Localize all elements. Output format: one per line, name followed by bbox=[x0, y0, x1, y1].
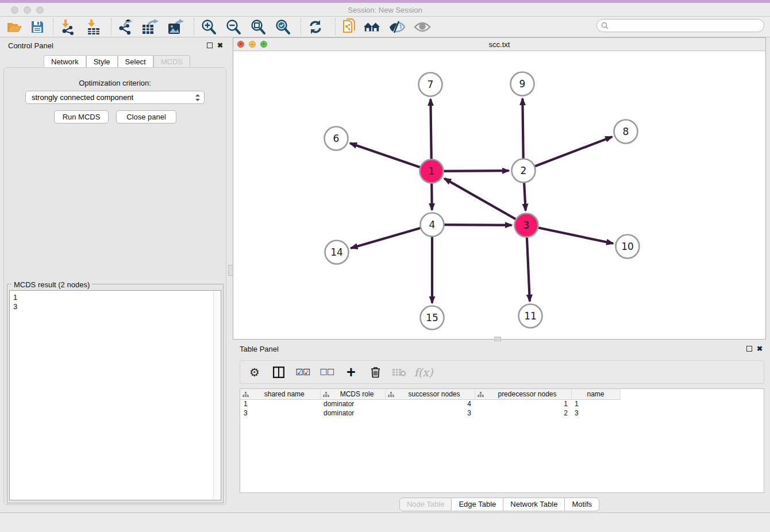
tab-node-table[interactable]: Node Table bbox=[399, 498, 452, 511]
deselect-all-icon[interactable]: ☐☐ bbox=[319, 367, 334, 377]
table-header-row: shared name MCDS role successor nodes pr… bbox=[240, 389, 620, 399]
close-panel-button[interactable]: Close panel bbox=[116, 110, 176, 124]
col-shared-name[interactable]: shared name bbox=[240, 389, 320, 399]
criterion-value: strongly connected component bbox=[32, 93, 133, 102]
chevron-updown-icon bbox=[195, 94, 201, 102]
result-line: 1 bbox=[13, 293, 221, 302]
tab-network[interactable]: Network bbox=[44, 55, 86, 68]
search-input[interactable] bbox=[609, 22, 752, 30]
zoom-out-icon[interactable] bbox=[225, 19, 242, 35]
result-scrollbar[interactable] bbox=[213, 291, 220, 499]
node-table[interactable]: shared name MCDS role successor nodes pr… bbox=[240, 388, 764, 493]
select-all-icon[interactable]: ☑☑ bbox=[295, 367, 310, 377]
table-row[interactable]: 1 dominator 4 1 1 bbox=[240, 399, 620, 408]
home-icon[interactable] bbox=[363, 19, 380, 35]
graph-node-label: 15 bbox=[426, 312, 438, 323]
graph-edge-3-1[interactable] bbox=[444, 179, 526, 225]
tab-network-table[interactable]: Network Table bbox=[503, 498, 565, 511]
network-view-title: scc.txt bbox=[233, 40, 765, 49]
float-panel-icon[interactable] bbox=[207, 42, 213, 50]
open-folder-icon[interactable] bbox=[6, 19, 23, 35]
graph-node-label: 6 bbox=[333, 133, 340, 144]
toggle-details-icon[interactable] bbox=[388, 19, 406, 35]
col-predecessor-nodes[interactable]: predecessor nodes bbox=[475, 389, 571, 399]
gear-icon[interactable]: ⚙ bbox=[247, 365, 262, 379]
search-field[interactable] bbox=[596, 19, 764, 32]
hierarchy-icon bbox=[242, 392, 249, 398]
toolbar-separator bbox=[111, 18, 111, 36]
tab-select[interactable]: Select bbox=[118, 55, 153, 68]
hierarchy-icon bbox=[323, 392, 329, 398]
graph-node-label: 4 bbox=[429, 219, 436, 230]
close-table-panel-icon[interactable]: ✖ bbox=[757, 345, 763, 353]
hierarchy-icon bbox=[478, 392, 484, 398]
delete-icon[interactable] bbox=[368, 367, 383, 378]
tab-mcds[interactable]: MCDS bbox=[153, 55, 190, 68]
tab-motifs[interactable]: Motifs bbox=[565, 498, 599, 511]
graph-node-label: 14 bbox=[330, 246, 343, 258]
network-graph-canvas[interactable]: 1234678910111415 bbox=[233, 51, 765, 339]
toolbar-separator bbox=[335, 18, 336, 36]
export-table-icon[interactable] bbox=[141, 19, 159, 35]
network-window-titlebar: ✕ − + scc.txt bbox=[233, 38, 765, 51]
window-title: Session: New Session bbox=[0, 6, 770, 14]
tab-style[interactable]: Style bbox=[86, 55, 118, 68]
graph-node-label: 2 bbox=[521, 165, 527, 176]
optimization-criterion-label: Optimization criterion: bbox=[0, 79, 230, 87]
col-successor-nodes[interactable]: successor nodes bbox=[385, 389, 475, 399]
result-line: 3 bbox=[13, 302, 221, 311]
split-view-icon[interactable] bbox=[271, 367, 286, 378]
import-table-icon[interactable] bbox=[85, 19, 102, 35]
mcds-result-list[interactable]: 13 bbox=[9, 290, 221, 500]
col-name[interactable]: name bbox=[571, 389, 620, 399]
control-panel-tabs: Network Style Select MCDS bbox=[44, 55, 190, 68]
hierarchy-icon bbox=[388, 392, 394, 398]
graph-edge-4-14[interactable] bbox=[351, 225, 432, 248]
graph-node-label: 10 bbox=[621, 241, 634, 252]
delete-table-icon[interactable] bbox=[392, 368, 407, 377]
graph-edge-2-8[interactable] bbox=[523, 137, 612, 171]
mcds-result-title: MCDS result (2 nodes) bbox=[11, 280, 92, 289]
table-panel-tabs: Node Table Edge Table Network Table Moti… bbox=[233, 498, 766, 511]
toolbar-separator bbox=[53, 18, 53, 36]
export-image-icon[interactable] bbox=[167, 19, 184, 35]
graph-edge-3-10[interactable] bbox=[526, 225, 613, 244]
network-view-window: ✕ − + scc.txt 1234678910111415 bbox=[233, 37, 766, 340]
graph-node-label: 11 bbox=[524, 310, 537, 322]
float-table-panel-icon[interactable] bbox=[746, 345, 752, 353]
export-network-icon[interactable] bbox=[117, 19, 134, 35]
table-panel-title: Table Panel bbox=[240, 345, 279, 353]
graph-node-label: 1 bbox=[429, 165, 435, 177]
horizontal-splitter-grip[interactable] bbox=[494, 337, 501, 341]
save-icon[interactable] bbox=[29, 19, 46, 35]
table-toolbar: ⚙ ☑☑ ☐☐ + f(x) bbox=[240, 360, 764, 384]
zoom-selected-icon[interactable] bbox=[274, 19, 291, 35]
graph-node-label: 7 bbox=[428, 79, 434, 90]
zoom-in-icon[interactable] bbox=[200, 19, 217, 35]
table-row[interactable]: 3 dominator 3 2 3 bbox=[240, 408, 620, 418]
tab-edge-table[interactable]: Edge Table bbox=[452, 498, 503, 511]
app-titlebar: Session: New Session bbox=[0, 3, 770, 17]
criterion-dropdown[interactable]: strongly connected component bbox=[25, 91, 205, 104]
graph-node-label: 8 bbox=[623, 126, 629, 137]
graph-node-label: 3 bbox=[523, 219, 530, 231]
zoom-fit-icon[interactable] bbox=[249, 19, 267, 35]
status-bar: Memory bbox=[0, 512, 770, 532]
import-network-icon[interactable] bbox=[59, 19, 76, 35]
close-panel-icon[interactable]: ✖ bbox=[217, 41, 223, 49]
control-panel-title: Control Panel bbox=[8, 41, 53, 50]
add-column-icon[interactable]: + bbox=[344, 367, 359, 378]
refresh-icon[interactable] bbox=[307, 19, 324, 35]
col-mcds-role[interactable]: MCDS role bbox=[320, 389, 385, 399]
clone-network-icon[interactable] bbox=[341, 19, 358, 35]
eye-icon[interactable] bbox=[414, 19, 431, 35]
graph-edge-1-6[interactable] bbox=[350, 143, 432, 171]
function-builder-icon[interactable]: f(x) bbox=[416, 366, 431, 379]
toolbar-separator bbox=[194, 18, 194, 36]
main-toolbar bbox=[0, 17, 770, 37]
graph-node-label: 9 bbox=[519, 78, 526, 90]
toolbar-separator bbox=[301, 18, 301, 36]
search-icon bbox=[601, 22, 609, 29]
run-mcds-button[interactable]: Run MCDS bbox=[54, 110, 109, 124]
